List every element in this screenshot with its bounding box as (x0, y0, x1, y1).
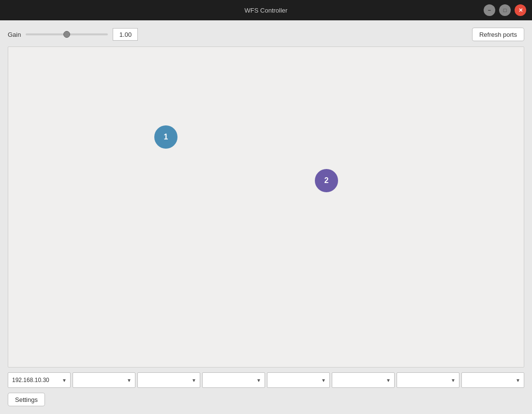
dropdown-wrapper-3: ▼ (137, 372, 200, 388)
dropdown-wrapper-5: ▼ (267, 372, 330, 388)
close-button[interactable]: ✕ (515, 4, 526, 16)
bottom-row: Settings (8, 393, 524, 406)
dropdown-wrapper-4: ▼ (202, 372, 265, 388)
dropdown-wrapper-2: ▼ (73, 372, 135, 388)
dropdown-1[interactable]: 192.168.10.30 (8, 372, 71, 388)
dropdown-4[interactable] (202, 372, 265, 388)
maximize-button[interactable]: □ (499, 4, 511, 16)
titlebar: WFS Controller − □ ✕ (0, 0, 532, 20)
gain-slider[interactable] (26, 33, 108, 35)
toolbar: Gain 1.00 Refresh ports (8, 27, 524, 42)
app-title: WFS Controller (245, 7, 288, 14)
gain-label: Gain (8, 31, 21, 38)
dropdown-wrapper-8: ▼ (461, 372, 524, 388)
dropdown-8[interactable] (461, 372, 524, 388)
node-1[interactable]: 1 (154, 125, 177, 149)
dropdown-5[interactable] (267, 372, 330, 388)
dropdown-3[interactable] (137, 372, 200, 388)
canvas-area: 1 2 (8, 46, 524, 368)
window-controls: − □ ✕ (484, 4, 526, 16)
gain-slider-container (26, 30, 108, 39)
dropdown-wrapper-1: 192.168.10.30 ▼ (8, 372, 71, 388)
settings-button[interactable]: Settings (8, 393, 45, 406)
node-2-label: 2 (325, 176, 329, 185)
main-content: Gain 1.00 Refresh ports 1 2 192.168.10.3… (0, 20, 532, 414)
dropdown-6[interactable] (332, 372, 395, 388)
minimize-button[interactable]: − (484, 4, 495, 16)
dropdown-7[interactable] (397, 372, 459, 388)
node-1-label: 1 (164, 133, 168, 141)
dropdown-wrapper-6: ▼ (332, 372, 395, 388)
gain-value-display: 1.00 (113, 28, 138, 41)
gain-section: Gain 1.00 (8, 28, 138, 41)
dropdown-2[interactable] (73, 372, 135, 388)
dropdowns-row: 192.168.10.30 ▼ ▼ ▼ ▼ ▼ (8, 372, 524, 388)
dropdown-wrapper-7: ▼ (397, 372, 459, 388)
node-2[interactable]: 2 (315, 169, 338, 192)
refresh-ports-button[interactable]: Refresh ports (472, 28, 524, 41)
